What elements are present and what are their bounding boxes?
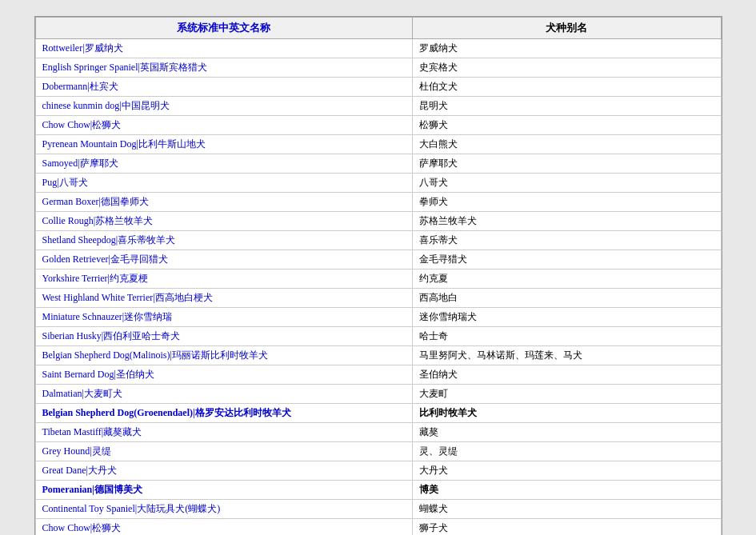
table-row: Pomeranian|德国博美犬博美 — [35, 481, 721, 500]
cell-alias: 拳师犬 — [412, 193, 721, 212]
cell-alias: 昆明犬 — [412, 97, 721, 116]
cell-alias: 喜乐蒂犬 — [412, 231, 721, 250]
table-row: Chow Chow|松狮犬松狮犬 — [35, 116, 721, 135]
table-row: Tibetan Mastiff|藏獒藏犬藏獒 — [35, 423, 721, 442]
cell-system-name: Shetland Sheepdog|喜乐蒂牧羊犬 — [35, 231, 412, 250]
table-row: German Boxer|德国拳师犬拳师犬 — [35, 193, 721, 212]
cell-system-name: Saint Bernard Dog|圣伯纳犬 — [35, 365, 412, 385]
table-row: Siberian Husky|西伯利亚哈士奇犬哈士奇 — [35, 327, 721, 346]
cell-system-name: Yorkshire Terrier|约克夏梗 — [35, 269, 412, 289]
cell-alias: 藏獒 — [412, 423, 721, 442]
table-row: English Springer Spaniel|英国斯宾格猎犬史宾格犬 — [35, 58, 721, 78]
table-row: Miniature Schnauzer|迷你雪纳瑞迷你雪纳瑞犬 — [35, 308, 721, 327]
cell-alias: 八哥犬 — [412, 174, 721, 193]
table-row: chinese kunmin dog|中国昆明犬昆明犬 — [35, 97, 721, 116]
cell-alias: 圣伯纳犬 — [412, 365, 721, 385]
cell-alias: 杜伯文犬 — [412, 78, 721, 97]
cell-alias: 大麦町 — [412, 385, 721, 404]
cell-alias: 蝴蝶犬 — [412, 500, 721, 519]
table-row: Pyrenean Mountain Dog|比利牛斯山地犬大白熊犬 — [35, 135, 721, 154]
cell-alias: 比利时牧羊犬 — [412, 404, 721, 423]
cell-system-name: English Springer Spaniel|英国斯宾格猎犬 — [35, 58, 412, 78]
cell-alias: 狮子犬 — [412, 519, 721, 536]
table-row: Grey Hound|灵缇灵、灵缇 — [35, 442, 721, 461]
cell-system-name: Chow Chow|松狮犬 — [35, 116, 412, 135]
cell-system-name: Pug|八哥犬 — [35, 174, 412, 193]
cell-system-name: Golden Retriever|金毛寻回猎犬 — [35, 250, 412, 269]
table-header-row: 系统标准中英文名称 犬种别名 — [35, 18, 721, 39]
table-row: Dalmatian|大麦町犬大麦町 — [35, 385, 721, 404]
cell-alias: 迷你雪纳瑞犬 — [412, 308, 721, 327]
cell-system-name: chinese kunmin dog|中国昆明犬 — [35, 97, 412, 116]
cell-system-name: German Boxer|德国拳师犬 — [35, 193, 412, 212]
cell-system-name: Dalmatian|大麦町犬 — [35, 385, 412, 404]
table-row: Dobermann|杜宾犬杜伯文犬 — [35, 78, 721, 97]
cell-system-name: Siberian Husky|西伯利亚哈士奇犬 — [35, 327, 412, 346]
table-row: Belgian Shepherd Dog(Groenendael)|格罗安达比利… — [35, 404, 721, 423]
table-row: Great Dane|大丹犬大丹犬 — [35, 461, 721, 481]
header-system-name: 系统标准中英文名称 — [35, 18, 412, 39]
table-body: Rottweiler|罗威纳犬罗威纳犬English Springer Span… — [35, 39, 721, 536]
cell-alias: 金毛寻猎犬 — [412, 250, 721, 269]
cell-alias: 博美 — [412, 481, 721, 500]
table-row: Shetland Sheepdog|喜乐蒂牧羊犬喜乐蒂犬 — [35, 231, 721, 250]
cell-system-name: Grey Hound|灵缇 — [35, 442, 412, 461]
cell-system-name: Samoyed|萨摩耶犬 — [35, 154, 412, 174]
cell-system-name: Pomeranian|德国博美犬 — [35, 481, 412, 500]
cell-alias: 萨摩耶犬 — [412, 154, 721, 174]
table-row: Pug|八哥犬八哥犬 — [35, 174, 721, 193]
cell-alias: 松狮犬 — [412, 116, 721, 135]
cell-system-name: Continental Toy Spaniel|大陆玩具犬(蝴蝶犬) — [35, 500, 412, 519]
main-table-container: 系统标准中英文名称 犬种别名 Rottweiler|罗威纳犬罗威纳犬Englis… — [34, 16, 722, 535]
cell-system-name: Miniature Schnauzer|迷你雪纳瑞 — [35, 308, 412, 327]
dog-breeds-table: 系统标准中英文名称 犬种别名 Rottweiler|罗威纳犬罗威纳犬Englis… — [35, 17, 722, 535]
cell-system-name: Belgian Shepherd Dog(Groenendael)|格罗安达比利… — [35, 404, 412, 423]
cell-alias: 马里努阿犬、马林诺斯、玛莲来、马犬 — [412, 346, 721, 365]
cell-alias: 哈士奇 — [412, 327, 721, 346]
cell-system-name: Belgian Shepherd Dog(Malinois)|玛丽诺斯比利时牧羊… — [35, 346, 412, 365]
cell-system-name: Collie Rough|苏格兰牧羊犬 — [35, 212, 412, 231]
cell-system-name: Chow Chow|松狮犬 — [35, 519, 412, 536]
cell-alias: 史宾格犬 — [412, 58, 721, 78]
cell-alias: 灵、灵缇 — [412, 442, 721, 461]
cell-system-name: Tibetan Mastiff|藏獒藏犬 — [35, 423, 412, 442]
table-row: Rottweiler|罗威纳犬罗威纳犬 — [35, 39, 721, 58]
cell-alias: 苏格兰牧羊犬 — [412, 212, 721, 231]
table-row: West Highland White Terrier|西高地白梗犬西高地白 — [35, 289, 721, 308]
cell-system-name: Dobermann|杜宾犬 — [35, 78, 412, 97]
cell-system-name: Rottweiler|罗威纳犬 — [35, 39, 412, 58]
cell-alias: 约克夏 — [412, 269, 721, 289]
cell-alias: 大白熊犬 — [412, 135, 721, 154]
table-row: Continental Toy Spaniel|大陆玩具犬(蝴蝶犬)蝴蝶犬 — [35, 500, 721, 519]
table-row: Samoyed|萨摩耶犬萨摩耶犬 — [35, 154, 721, 174]
table-row: Saint Bernard Dog|圣伯纳犬圣伯纳犬 — [35, 365, 721, 385]
table-row: Golden Retriever|金毛寻回猎犬金毛寻猎犬 — [35, 250, 721, 269]
cell-alias: 西高地白 — [412, 289, 721, 308]
cell-system-name: Great Dane|大丹犬 — [35, 461, 412, 481]
table-row: Belgian Shepherd Dog(Malinois)|玛丽诺斯比利时牧羊… — [35, 346, 721, 365]
cell-alias: 大丹犬 — [412, 461, 721, 481]
table-row: Yorkshire Terrier|约克夏梗约克夏 — [35, 269, 721, 289]
cell-system-name: Pyrenean Mountain Dog|比利牛斯山地犬 — [35, 135, 412, 154]
table-row: Chow Chow|松狮犬狮子犬 — [35, 519, 721, 536]
cell-system-name: West Highland White Terrier|西高地白梗犬 — [35, 289, 412, 308]
header-alias: 犬种别名 — [412, 18, 721, 39]
cell-alias: 罗威纳犬 — [412, 39, 721, 58]
table-row: Collie Rough|苏格兰牧羊犬苏格兰牧羊犬 — [35, 212, 721, 231]
